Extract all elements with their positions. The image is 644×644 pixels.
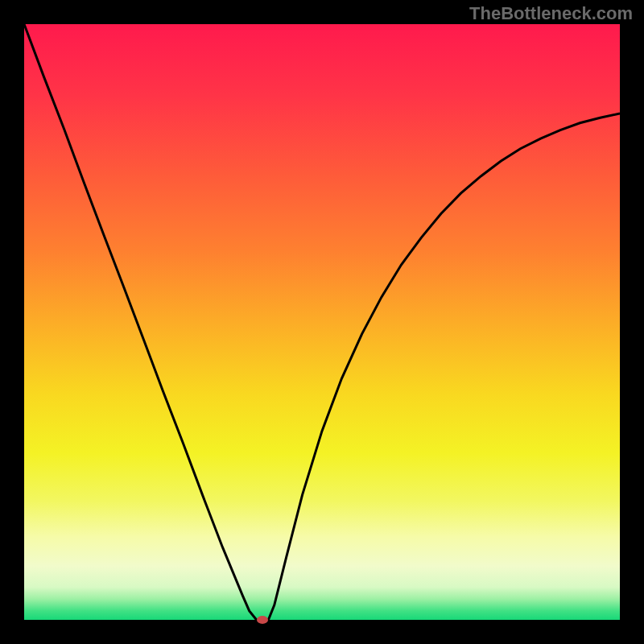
optimal-point-marker <box>257 616 268 624</box>
chart-container <box>24 24 620 620</box>
watermark-text: TheBottleneck.com <box>469 3 633 24</box>
gradient-background <box>24 24 620 620</box>
bottleneck-chart <box>24 24 620 620</box>
